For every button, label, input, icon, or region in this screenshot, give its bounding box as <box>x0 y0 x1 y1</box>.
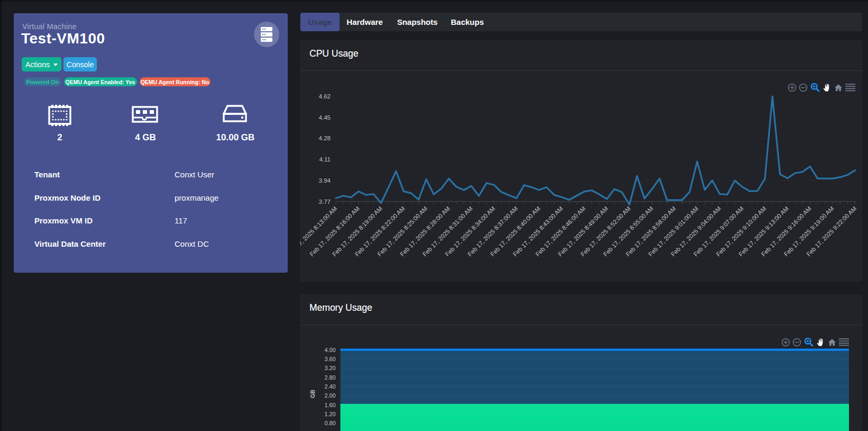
svg-text:4.62: 4.62 <box>319 93 331 100</box>
svg-text:3.20: 3.20 <box>324 365 335 371</box>
svg-text:4.28: 4.28 <box>319 135 331 141</box>
svg-text:3.77: 3.77 <box>319 199 331 205</box>
svg-text:3.60: 3.60 <box>324 356 335 362</box>
svg-text:1.60: 1.60 <box>324 402 335 408</box>
svg-text:4.00: 4.00 <box>324 347 335 353</box>
svg-text:2.00: 2.00 <box>324 392 335 399</box>
svg-text:4.11: 4.11 <box>319 156 331 163</box>
svg-text:0.80: 0.80 <box>324 420 335 426</box>
svg-text:GB: GB <box>309 390 316 398</box>
svg-text:2.80: 2.80 <box>324 374 335 381</box>
svg-text:2.40: 2.40 <box>324 383 335 390</box>
svg-text:1.20: 1.20 <box>324 411 335 417</box>
svg-text:4.45: 4.45 <box>319 114 331 121</box>
svg-text:3.94: 3.94 <box>319 177 331 184</box>
